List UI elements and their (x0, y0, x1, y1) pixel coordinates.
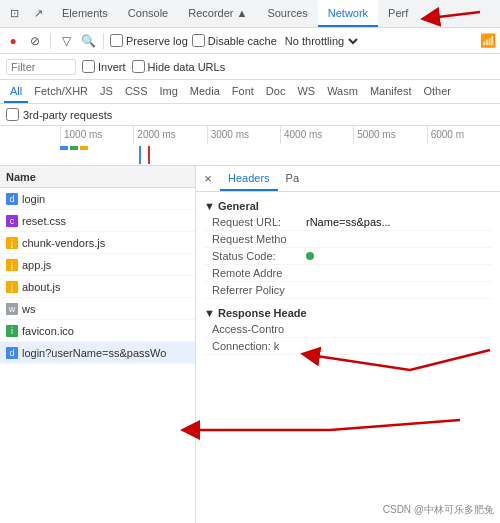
search-button[interactable]: 🔍 (79, 32, 97, 50)
detail-val-method (306, 233, 492, 245)
type-tab-other[interactable]: Other (417, 80, 457, 103)
request-item-login[interactable]: d login (0, 188, 195, 210)
detail-key-remote: Remote Addre (212, 267, 302, 279)
disable-cache-checkbox[interactable] (192, 34, 205, 47)
detail-content: ▼ General Request URL: rName=ss&pas... R… (196, 192, 500, 523)
main-tabs: Elements Console Recorder ▲ Sources Netw… (52, 0, 418, 27)
type-tab-ws[interactable]: WS (291, 80, 321, 103)
toolbar: ● ⊘ ▽ 🔍 Preserve log Disable cache No th… (0, 28, 500, 54)
timeline-blue-marker (139, 146, 141, 164)
tab-bar: ⊡ ↗ Elements Console Recorder ▲ Sources … (0, 0, 500, 28)
req-name-login: login (22, 193, 189, 205)
req-name-chunk-vendors: chunk-vendors.js (22, 237, 189, 249)
timeline-red-marker (148, 146, 150, 164)
req-icon-reset-css: c (6, 215, 18, 227)
detail-row-method: Request Metho (204, 231, 492, 248)
watermark: CSDN @中林可乐多肥兔 (383, 503, 494, 517)
preserve-log-checkbox[interactable] (110, 34, 123, 47)
type-tab-doc[interactable]: Doc (260, 80, 292, 103)
third-party-checkbox[interactable] (6, 108, 19, 121)
general-section-header[interactable]: ▼ General (204, 196, 492, 214)
req-icon-login: d (6, 193, 18, 205)
req-icon-chunk-vendors: j (6, 237, 18, 249)
type-tab-all[interactable]: All (4, 80, 28, 103)
type-tab-manifest[interactable]: Manifest (364, 80, 418, 103)
invert-text: Invert (98, 61, 126, 73)
detail-val-access-control (306, 323, 492, 335)
ruler-1000: 1000 ms (60, 126, 133, 144)
request-item-login-query[interactable]: d login?userName=ss&passWo (0, 342, 195, 364)
detail-row-remote: Remote Addre (204, 265, 492, 282)
disable-cache-text: Disable cache (208, 35, 277, 47)
timeline: 1000 ms 2000 ms 3000 ms 4000 ms 5000 ms … (0, 126, 500, 166)
req-name-about-js: about.js (22, 281, 189, 293)
req-name-login-query: login?userName=ss&passWo (22, 347, 189, 359)
req-name-favicon: favicon.ico (22, 325, 189, 337)
tab-console[interactable]: Console (118, 0, 178, 27)
request-item-favicon[interactable]: i favicon.ico (0, 320, 195, 342)
ruler-2000: 2000 ms (133, 126, 206, 144)
hide-data-urls-checkbox[interactable] (132, 60, 145, 73)
stop-button[interactable]: ⊘ (26, 32, 44, 50)
tab-performance[interactable]: Perf (378, 0, 418, 27)
req-icon-ws: w (6, 303, 18, 315)
request-item-app-js[interactable]: j app.js (0, 254, 195, 276)
detail-panel: × Headers Pa ▼ General Request URL: rNam… (196, 166, 500, 523)
tab-network[interactable]: Network (318, 0, 378, 27)
detail-key-status: Status Code: (212, 250, 302, 262)
type-tab-img[interactable]: Img (154, 80, 184, 103)
hide-data-urls-label[interactable]: Hide data URLs (132, 60, 226, 73)
preserve-log-label[interactable]: Preserve log (110, 34, 188, 47)
request-item-about-js[interactable]: j about.js (0, 276, 195, 298)
devtools-icon2[interactable]: ↗ (28, 4, 48, 24)
type-tab-font[interactable]: Font (226, 80, 260, 103)
status-green-dot (306, 252, 314, 260)
filter-input[interactable] (6, 59, 76, 75)
tab-elements[interactable]: Elements (52, 0, 118, 27)
type-tab-media[interactable]: Media (184, 80, 226, 103)
detail-tab-payload[interactable]: Pa (278, 166, 307, 191)
filter-bar: Invert Hide data URLs (0, 54, 500, 80)
response-section-header[interactable]: ▼ Response Heade (204, 303, 492, 321)
req-name-reset-css: reset.css (22, 215, 189, 227)
ruler-4000: 4000 ms (280, 126, 353, 144)
invert-label[interactable]: Invert (82, 60, 126, 73)
toolbar-separator (50, 33, 51, 49)
detail-val-url: rName=ss&pas... (306, 216, 492, 228)
request-item-chunk-vendors[interactable]: j chunk-vendors.js (0, 232, 195, 254)
detail-row-url: Request URL: rName=ss&pas... (204, 214, 492, 231)
tab-recorder[interactable]: Recorder ▲ (178, 0, 257, 27)
detail-close-button[interactable]: × (196, 167, 220, 191)
detail-tab-headers[interactable]: Headers (220, 166, 278, 191)
general-section-title: ▼ General (204, 200, 259, 212)
detail-val-status (306, 250, 492, 262)
timeline-rulers: 1000 ms 2000 ms 3000 ms 4000 ms 5000 ms … (60, 126, 500, 144)
third-party-label: 3rd-party requests (23, 109, 112, 121)
record-button[interactable]: ● (4, 32, 22, 50)
req-name-app-js: app.js (22, 259, 189, 271)
type-tab-fetch[interactable]: Fetch/XHR (28, 80, 94, 103)
request-item-reset-css[interactable]: c reset.css (0, 210, 195, 232)
devtools-icon1[interactable]: ⊡ (4, 4, 24, 24)
detail-key-access-control: Access-Contro (212, 323, 302, 335)
timeline-mini-bars (60, 146, 88, 150)
type-tab-wasm[interactable]: Wasm (321, 80, 364, 103)
tab-sources[interactable]: Sources (257, 0, 317, 27)
disable-cache-label[interactable]: Disable cache (192, 34, 277, 47)
preserve-log-text: Preserve log (126, 35, 188, 47)
invert-checkbox[interactable] (82, 60, 95, 73)
type-tab-css[interactable]: CSS (119, 80, 154, 103)
type-tab-js[interactable]: JS (94, 80, 119, 103)
req-icon-app-js: j (6, 259, 18, 271)
ruler-3000: 3000 ms (207, 126, 280, 144)
filter-button[interactable]: ▽ (57, 32, 75, 50)
throttle-select[interactable]: No throttling (281, 34, 361, 48)
detail-row-status: Status Code: (204, 248, 492, 265)
mini-bar-1 (60, 146, 68, 150)
req-name-ws: ws (22, 303, 189, 315)
request-item-ws[interactable]: w ws (0, 298, 195, 320)
detail-row-access-control: Access-Contro (204, 321, 492, 338)
request-list: Name d login c reset.css j chunk-vendors… (0, 166, 196, 523)
req-icon-about-js: j (6, 281, 18, 293)
main-content: Name d login c reset.css j chunk-vendors… (0, 166, 500, 523)
